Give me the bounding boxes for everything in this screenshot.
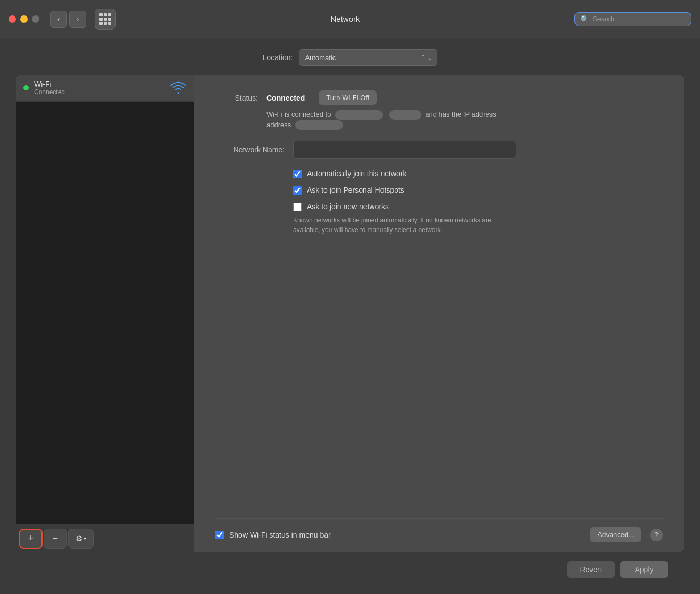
close-button[interactable] (9, 15, 16, 23)
wifi-icon (170, 80, 187, 95)
auto-join-label: Automatically join this network (307, 169, 407, 178)
fullscreen-button[interactable] (32, 15, 39, 23)
network-name-blurred-2 (389, 110, 421, 120)
titlebar: ‹ › Network 🔍 (0, 0, 700, 38)
search-bar: 🔍 (574, 12, 691, 26)
ask-new-networks-label: Ask to join new networks (307, 202, 389, 211)
sidebar-footer: + − ⚙ ▾ (16, 524, 194, 552)
auto-join-checkbox[interactable] (293, 170, 302, 178)
gear-icon: ⚙ (76, 534, 82, 543)
sidebar-item-wifi[interactable]: Wi-Fi Connected (16, 75, 194, 102)
show-wifi-row: Show Wi-Fi status in menu bar (215, 530, 331, 539)
search-input[interactable] (593, 15, 683, 23)
turn-wifi-button[interactable]: Turn Wi-Fi Off (319, 90, 377, 105)
minimize-button[interactable] (20, 15, 28, 23)
location-select-wrapper: Automatic Edit Locations… ⌃⌄ (299, 49, 437, 66)
ask-new-networks-row: Ask to join new networks (293, 202, 663, 211)
sidebar-item-info: Wi-Fi Connected (34, 80, 170, 96)
ask-hotspot-checkbox[interactable] (293, 186, 302, 195)
network-name-blurred (335, 110, 383, 120)
main-panel: Status: Connected Turn Wi-Fi Off Wi-Fi i… (194, 75, 684, 552)
location-bar: Location: Automatic Edit Locations… ⌃⌄ (16, 49, 684, 66)
status-label: Status: (215, 94, 258, 102)
wifi-icon-area (170, 80, 187, 95)
gear-menu-button[interactable]: ⚙ ▾ (68, 529, 94, 549)
checkbox-note: Known networks will be joined automatica… (293, 216, 516, 235)
sidebar-item-status: Connected (34, 88, 170, 96)
network-name-input[interactable] (293, 141, 516, 159)
ip-address-blurred (295, 120, 343, 130)
location-label: Location: (263, 53, 293, 62)
add-network-button[interactable]: + (19, 529, 43, 549)
body-panel: Wi-Fi Connected + − ⚙ ▾ (16, 75, 684, 552)
forward-button[interactable]: › (69, 11, 86, 28)
nav-buttons: ‹ › (50, 11, 86, 28)
back-button[interactable]: ‹ (50, 11, 67, 28)
wifi-connected-indicator (23, 85, 29, 90)
status-value: Connected (266, 94, 305, 102)
traffic-lights (9, 15, 39, 23)
ask-hotspot-row: Ask to join Personal Hotspots (293, 186, 663, 195)
grid-icon (99, 13, 111, 25)
network-name-label: Network Name: (215, 145, 285, 154)
help-button[interactable]: ? (650, 529, 663, 541)
action-buttons: Revert Apply (16, 552, 684, 583)
back-icon: ‹ (57, 15, 60, 23)
sidebar: Wi-Fi Connected + − ⚙ ▾ (16, 75, 194, 552)
network-name-row: Network Name: (215, 141, 663, 159)
apply-button[interactable]: Apply (620, 561, 668, 578)
sidebar-item-name: Wi-Fi (34, 80, 170, 88)
forward-icon: › (77, 15, 79, 23)
bottom-bar: Show Wi-Fi status in menu bar Advanced..… (215, 518, 663, 542)
ask-hotspot-label: Ask to join Personal Hotspots (307, 186, 404, 194)
location-select[interactable]: Automatic Edit Locations… (299, 49, 437, 66)
auto-join-row: Automatically join this network (293, 169, 663, 178)
remove-network-button[interactable]: − (44, 529, 67, 549)
app-grid-button[interactable] (95, 9, 116, 30)
show-wifi-label: Show Wi-Fi status in menu bar (229, 531, 331, 539)
window-title: Network (122, 14, 568, 23)
status-desc-suffix: and has the IP address (425, 110, 496, 118)
main-content: Location: Automatic Edit Locations… ⌃⌄ W… (0, 38, 700, 594)
ask-new-networks-checkbox[interactable] (293, 203, 302, 211)
advanced-button[interactable]: Advanced... (590, 527, 641, 542)
chevron-down-icon: ▾ (84, 535, 86, 541)
search-icon: 🔍 (580, 15, 589, 23)
sidebar-empty-area (16, 102, 194, 524)
status-description: Wi-Fi is connected to and has the IP add… (266, 109, 663, 130)
status-row: Status: Connected Turn Wi-Fi Off (215, 90, 663, 105)
revert-button[interactable]: Revert (567, 561, 615, 578)
show-wifi-checkbox[interactable] (215, 531, 224, 539)
status-desc-address: address (266, 121, 291, 129)
status-desc-prefix: Wi-Fi is connected to (266, 110, 331, 118)
